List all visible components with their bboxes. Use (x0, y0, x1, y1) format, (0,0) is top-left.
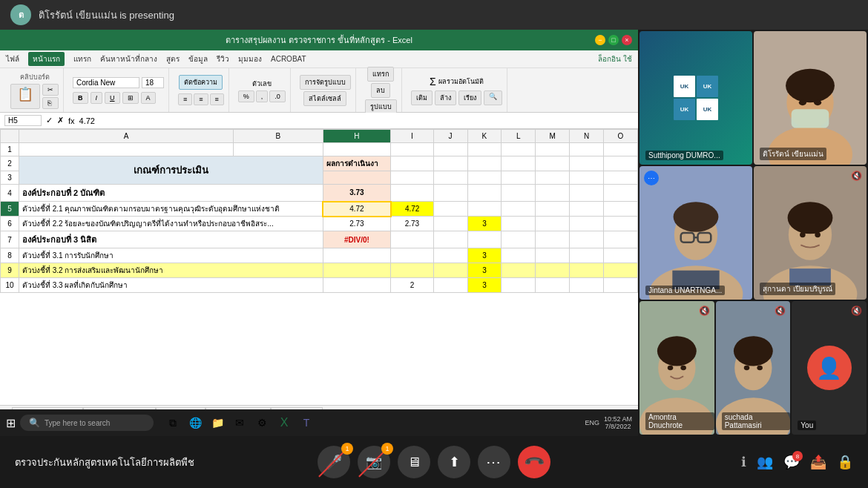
border-button[interactable]: ⊞ (122, 92, 139, 104)
menu-formula[interactable]: สูตร (166, 53, 180, 65)
delete-cell-btn[interactable]: ลบ (371, 83, 390, 98)
lock-button[interactable]: 🔒 (837, 454, 853, 470)
language-indicator: ENG (585, 419, 599, 426)
taskbar-clock: 10:52 AM 7/8/2022 (604, 415, 632, 430)
cell-styles-btn[interactable]: สไตล์เซลล์ (303, 91, 346, 106)
cell-reference-input[interactable] (4, 115, 42, 126)
org3-label[interactable]: องค์ประกอบที่ 3 นิสิต (19, 231, 323, 248)
paste-button[interactable]: 📋 (10, 84, 40, 109)
font-name-input[interactable] (73, 77, 139, 88)
video-tile-5[interactable]: 🔇 Amontra Dnuchrote (640, 301, 714, 435)
item22-i[interactable]: 2.73 (391, 217, 433, 231)
item21-label[interactable]: ตัวบ่งชี้ที่ 2.1 คุณภาพบัณฑิตตามกรอบมาตร… (19, 202, 323, 217)
menu-file[interactable]: ไฟล์ (6, 53, 19, 65)
taskbar-settings[interactable]: ⚙ (253, 414, 271, 432)
tile3-more-icon[interactable]: ⋯ (644, 171, 659, 185)
taskbar-explorer[interactable]: 📁 (208, 414, 226, 432)
formula-input[interactable] (79, 116, 634, 125)
cut-button[interactable]: ✂ (42, 84, 59, 96)
item21-h[interactable]: 4.72 (323, 202, 391, 217)
video-tile-3[interactable]: ⋯ Jintana UNARTNGA... (640, 166, 752, 300)
more-button[interactable]: ⋯ (478, 446, 510, 478)
taskbar-mail[interactable]: ✉ (231, 414, 249, 432)
taskbar-search[interactable]: 🔍 Type here to search (20, 415, 154, 431)
item33-i[interactable]: 2 (391, 278, 433, 293)
ribbon-cells: แทรก ลบ รูปแบบ (361, 68, 402, 112)
taskbar-edge[interactable]: 🌐 (186, 414, 204, 432)
menu-data[interactable]: ข้อมูล (188, 53, 208, 65)
svg-point-21 (657, 336, 697, 366)
taskbar-excel-app[interactable]: X (275, 414, 293, 432)
item33-k[interactable]: 3 (467, 278, 502, 293)
video-tile-2[interactable]: ติโรรัตน์ เขียนแม่น (754, 31, 867, 165)
item32-label[interactable]: ตัวบ่งชี้ที่ 3.2 การส่งเสริมและพัฒนานักศ… (19, 263, 323, 278)
right-controls: ℹ 👥 💬 8 📤 🔒 (741, 454, 853, 470)
hangup-button[interactable]: 📞 (518, 446, 550, 478)
menu-pagelayout[interactable]: ค้นหาหน้าที่กลาง (100, 53, 157, 65)
format-btn[interactable]: รูปแบบ (365, 99, 397, 114)
decimal-inc-btn[interactable]: .0 (269, 90, 286, 102)
comma-btn[interactable]: , (256, 90, 269, 102)
wrap-text-button[interactable]: ตัดข้อความ (179, 75, 223, 90)
item22-h[interactable]: 2.73 (323, 217, 391, 231)
row-1: 1 (1, 143, 638, 156)
item22-label[interactable]: ตัวบ่งชี้ที่ 2.2 ร้อยละของบัณฑิตปริญญาตร… (19, 217, 323, 231)
menu-insert[interactable]: แทรก (73, 53, 91, 65)
taskbar-teams[interactable]: T (297, 414, 315, 432)
excel-menu-bar: ไฟล์ หน้าแรก แทรก ค้นหาหน้าที่กลาง สูตร … (0, 50, 638, 68)
fill-color-button[interactable]: A (141, 92, 156, 104)
video-tile-1[interactable]: UK UK UK UK Sutthipong DUMRO... (640, 31, 752, 165)
people-button[interactable]: 👥 (757, 454, 773, 470)
org2-val[interactable]: 3.73 (323, 185, 391, 202)
org3-val[interactable]: #DIV/0! (323, 231, 391, 248)
org2-label[interactable]: องค์ประกอบที่ 2 บัณฑิต (19, 185, 323, 202)
mic-button[interactable]: 🎤 1 (318, 446, 350, 478)
insert-cell-btn[interactable]: แทรก (367, 67, 394, 82)
item31-label[interactable]: ตัวบ่งชี้ที่ 3.1 การรับนักศึกษา (19, 248, 323, 263)
bold-button[interactable]: B (73, 92, 88, 104)
control-bar: ตรวจประกันหลักสูตรเทคโนโลยีการผลิตพืช 🎤 … (0, 436, 868, 488)
menu-view[interactable]: มุมมอง (238, 53, 262, 65)
video-button[interactable]: 📷 1 (358, 446, 390, 478)
find-btn[interactable]: 🔍 (484, 90, 502, 105)
video-tile-you[interactable]: 👤 🔇 You (792, 301, 867, 435)
menu-review[interactable]: รีวิว (217, 53, 229, 65)
sort-btn[interactable]: เรียง (458, 90, 481, 105)
copy-button[interactable]: ⎘ (42, 97, 59, 109)
close-button[interactable]: × (622, 35, 632, 45)
video-tile-6[interactable]: 🔇 suchada Pattamasiri (716, 301, 791, 435)
start-button[interactable]: ⊞ (6, 416, 16, 430)
item21-i[interactable]: 4.72 (391, 202, 433, 217)
font-size-input[interactable] (142, 77, 164, 88)
login-btn[interactable]: ล็อกอิน ใช้ (598, 53, 632, 65)
video-tile-4[interactable]: 🔇 สุกานดา เปียมบริบูรณ์ (754, 166, 867, 300)
taskbar-multidesktop[interactable]: ⧉ (164, 414, 182, 432)
screen-share-button[interactable]: 🖥 (398, 446, 430, 478)
share-button[interactable]: 📤 (810, 454, 826, 470)
maximize-button[interactable]: □ (608, 35, 619, 45)
upload-button[interactable]: ⬆ (438, 446, 470, 478)
menu-home[interactable]: หน้าแรก (28, 52, 65, 66)
result-header[interactable]: ผลการดำเนินงา (323, 156, 391, 171)
control-buttons: 🎤 1 📷 1 🖥 ⬆ ⋯ 📞 (318, 446, 550, 478)
item33-label[interactable]: ตัวบ่งชี้ที่ 3.3 ผลที่เกิดกับนักศึกษา (19, 278, 323, 293)
col-a-header: A (19, 130, 234, 143)
percent-btn[interactable]: % (238, 90, 254, 102)
criteria-header[interactable]: เกณฑ์การประเมิน (19, 156, 323, 185)
align-right-btn[interactable]: ≡ (210, 93, 224, 105)
menu-acrobat[interactable]: ACROBAT (271, 55, 306, 63)
info-button[interactable]: ℹ (741, 454, 746, 470)
italic-button[interactable]: I (91, 92, 103, 104)
minimize-button[interactable]: − (595, 35, 605, 45)
spreadsheet-grid[interactable]: A B H I J K L M N O (0, 129, 638, 405)
clear-btn[interactable]: ล้าง (435, 90, 456, 105)
fill-btn[interactable]: เติม (411, 90, 433, 105)
underline-button[interactable]: U (105, 92, 120, 104)
item31-k[interactable]: 3 (467, 248, 502, 263)
cond-format-btn[interactable]: การจัดรูปแบบ (300, 75, 351, 90)
align-center-btn[interactable]: ≡ (194, 93, 208, 105)
item22-k[interactable]: 3 (467, 217, 502, 231)
chat-button[interactable]: 💬 8 (783, 454, 800, 470)
item32-k[interactable]: 3 (467, 263, 502, 278)
align-left-btn[interactable]: ≡ (178, 93, 192, 105)
